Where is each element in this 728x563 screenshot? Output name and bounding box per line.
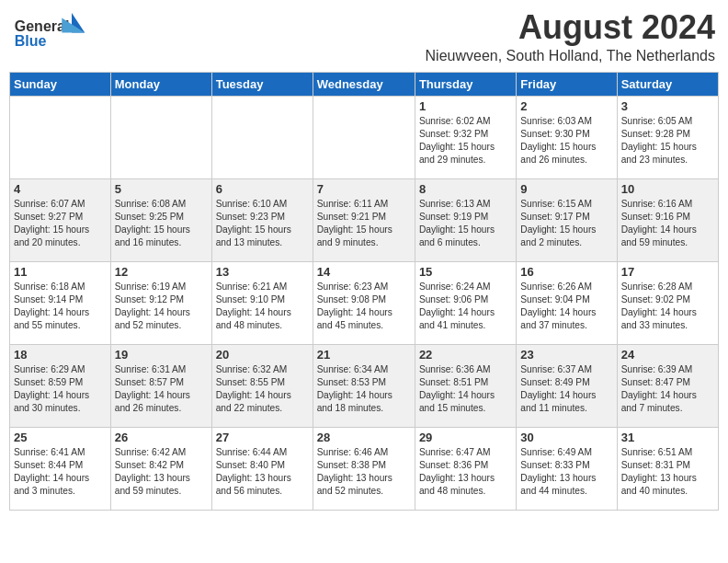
day-number: 16 [520, 265, 612, 279]
calendar-cell: 2Sunrise: 6:03 AM Sunset: 9:30 PM Daylig… [517, 96, 617, 178]
calendar-cell: 18Sunrise: 6:29 AM Sunset: 8:59 PM Dayli… [10, 344, 111, 427]
calendar-cell: 27Sunrise: 6:44 AM Sunset: 8:40 PM Dayli… [211, 427, 313, 510]
calendar-cell: 7Sunrise: 6:11 AM Sunset: 9:21 PM Daylig… [313, 178, 415, 261]
day-number: 5 [115, 182, 208, 196]
day-number: 1 [419, 99, 512, 113]
col-header-tuesday: Tuesday [211, 72, 313, 96]
day-info: Sunrise: 6:28 AM Sunset: 9:02 PM Dayligh… [621, 281, 714, 333]
calendar-cell: 28Sunrise: 6:46 AM Sunset: 8:38 PM Dayli… [313, 427, 415, 510]
day-number: 2 [520, 99, 612, 113]
col-header-friday: Friday [517, 72, 617, 96]
calendar-cell: 11Sunrise: 6:18 AM Sunset: 9:14 PM Dayli… [10, 261, 111, 344]
day-info: Sunrise: 6:24 AM Sunset: 9:06 PM Dayligh… [419, 281, 512, 333]
day-number: 7 [317, 182, 411, 196]
title-area: August 2024 Nieuwveen, South Holland, Th… [426, 9, 715, 64]
day-number: 22 [419, 348, 512, 362]
day-info: Sunrise: 6:16 AM Sunset: 9:16 PM Dayligh… [621, 198, 714, 250]
calendar-cell: 14Sunrise: 6:23 AM Sunset: 9:08 PM Dayli… [313, 261, 415, 344]
svg-text:Blue: Blue [15, 33, 47, 49]
day-number: 11 [14, 265, 107, 279]
calendar-cell: 30Sunrise: 6:49 AM Sunset: 8:33 PM Dayli… [517, 427, 617, 510]
col-header-thursday: Thursday [415, 72, 516, 96]
calendar-cell: 3Sunrise: 6:05 AM Sunset: 9:28 PM Daylig… [617, 96, 718, 178]
day-info: Sunrise: 6:51 AM Sunset: 8:31 PM Dayligh… [621, 446, 714, 499]
col-header-wednesday: Wednesday [313, 72, 415, 96]
svg-text:General: General [15, 18, 70, 34]
col-header-monday: Monday [110, 72, 211, 96]
day-number: 23 [520, 348, 612, 362]
day-number: 31 [621, 431, 714, 444]
calendar-cell: 13Sunrise: 6:21 AM Sunset: 9:10 PM Dayli… [211, 261, 313, 344]
day-info: Sunrise: 6:36 AM Sunset: 8:51 PM Dayligh… [419, 363, 512, 416]
calendar-cell: 25Sunrise: 6:41 AM Sunset: 8:44 PM Dayli… [10, 427, 111, 510]
day-number: 14 [317, 265, 411, 279]
calendar-cell [10, 96, 111, 178]
day-info: Sunrise: 6:37 AM Sunset: 8:49 PM Dayligh… [520, 363, 612, 416]
calendar-week-5: 25Sunrise: 6:41 AM Sunset: 8:44 PM Dayli… [10, 427, 719, 510]
day-number: 9 [520, 182, 612, 196]
calendar-cell [211, 96, 313, 178]
day-number: 8 [419, 182, 512, 196]
calendar-week-1: 1Sunrise: 6:02 AM Sunset: 9:32 PM Daylig… [10, 96, 719, 178]
month-year: August 2024 [426, 9, 715, 46]
day-number: 21 [317, 348, 411, 362]
day-number: 13 [216, 265, 309, 279]
calendar-cell: 17Sunrise: 6:28 AM Sunset: 9:02 PM Dayli… [617, 261, 718, 344]
day-info: Sunrise: 6:18 AM Sunset: 9:14 PM Dayligh… [14, 281, 107, 333]
day-number: 3 [621, 99, 714, 113]
col-header-saturday: Saturday [617, 72, 718, 96]
day-info: Sunrise: 6:15 AM Sunset: 9:17 PM Dayligh… [520, 198, 612, 250]
calendar-cell: 26Sunrise: 6:42 AM Sunset: 8:42 PM Dayli… [110, 427, 211, 510]
location: Nieuwveen, South Holland, The Netherland… [426, 48, 715, 64]
day-info: Sunrise: 6:46 AM Sunset: 8:38 PM Dayligh… [317, 446, 411, 499]
day-info: Sunrise: 6:05 AM Sunset: 9:28 PM Dayligh… [621, 115, 714, 167]
day-number: 29 [419, 431, 512, 444]
calendar-cell [110, 96, 211, 178]
calendar-cell: 1Sunrise: 6:02 AM Sunset: 9:32 PM Daylig… [415, 96, 516, 178]
calendar-cell: 20Sunrise: 6:32 AM Sunset: 8:55 PM Dayli… [211, 344, 313, 427]
day-number: 17 [621, 265, 714, 279]
calendar-cell: 21Sunrise: 6:34 AM Sunset: 8:53 PM Dayli… [313, 344, 415, 427]
day-info: Sunrise: 6:47 AM Sunset: 8:36 PM Dayligh… [419, 446, 512, 499]
day-number: 28 [317, 431, 411, 444]
day-number: 12 [115, 265, 208, 279]
day-info: Sunrise: 6:21 AM Sunset: 9:10 PM Dayligh… [216, 281, 309, 333]
day-info: Sunrise: 6:03 AM Sunset: 9:30 PM Dayligh… [520, 115, 612, 167]
day-number: 18 [14, 348, 107, 362]
day-number: 30 [520, 431, 612, 444]
day-info: Sunrise: 6:07 AM Sunset: 9:27 PM Dayligh… [14, 198, 107, 250]
calendar-cell: 10Sunrise: 6:16 AM Sunset: 9:16 PM Dayli… [617, 178, 718, 261]
day-number: 6 [216, 182, 309, 196]
day-info: Sunrise: 6:44 AM Sunset: 8:40 PM Dayligh… [216, 446, 309, 499]
calendar-week-4: 18Sunrise: 6:29 AM Sunset: 8:59 PM Dayli… [10, 344, 719, 427]
day-number: 4 [14, 182, 107, 196]
calendar-cell: 4Sunrise: 6:07 AM Sunset: 9:27 PM Daylig… [10, 178, 111, 261]
calendar-header-row: SundayMondayTuesdayWednesdayThursdayFrid… [10, 72, 719, 96]
day-info: Sunrise: 6:02 AM Sunset: 9:32 PM Dayligh… [419, 115, 512, 167]
calendar-cell: 24Sunrise: 6:39 AM Sunset: 8:47 PM Dayli… [617, 344, 718, 427]
day-info: Sunrise: 6:13 AM Sunset: 9:19 PM Dayligh… [419, 198, 512, 250]
logo-svg: General Blue [13, 9, 86, 55]
calendar-cell: 6Sunrise: 6:10 AM Sunset: 9:23 PM Daylig… [211, 178, 313, 261]
day-number: 15 [419, 265, 512, 279]
day-info: Sunrise: 6:23 AM Sunset: 9:08 PM Dayligh… [317, 281, 411, 333]
day-number: 25 [14, 431, 107, 444]
calendar-cell: 29Sunrise: 6:47 AM Sunset: 8:36 PM Dayli… [415, 427, 516, 510]
calendar-cell: 16Sunrise: 6:26 AM Sunset: 9:04 PM Dayli… [517, 261, 617, 344]
calendar-cell: 19Sunrise: 6:31 AM Sunset: 8:57 PM Dayli… [110, 344, 211, 427]
calendar-table: SundayMondayTuesdayWednesdayThursdayFrid… [9, 72, 719, 511]
day-number: 19 [115, 348, 208, 362]
calendar-cell: 5Sunrise: 6:08 AM Sunset: 9:25 PM Daylig… [110, 178, 211, 261]
calendar-cell: 23Sunrise: 6:37 AM Sunset: 8:49 PM Dayli… [517, 344, 617, 427]
calendar-week-2: 4Sunrise: 6:07 AM Sunset: 9:27 PM Daylig… [10, 178, 719, 261]
calendar-cell [313, 96, 415, 178]
logo: General Blue [13, 9, 86, 55]
day-info: Sunrise: 6:31 AM Sunset: 8:57 PM Dayligh… [115, 363, 208, 416]
header: General Blue August 2024 Nieuwveen, Sout… [9, 9, 719, 64]
col-header-sunday: Sunday [10, 72, 111, 96]
calendar-week-3: 11Sunrise: 6:18 AM Sunset: 9:14 PM Dayli… [10, 261, 719, 344]
day-info: Sunrise: 6:11 AM Sunset: 9:21 PM Dayligh… [317, 198, 411, 250]
day-number: 20 [216, 348, 309, 362]
day-info: Sunrise: 6:32 AM Sunset: 8:55 PM Dayligh… [216, 363, 309, 416]
calendar-cell: 9Sunrise: 6:15 AM Sunset: 9:17 PM Daylig… [517, 178, 617, 261]
